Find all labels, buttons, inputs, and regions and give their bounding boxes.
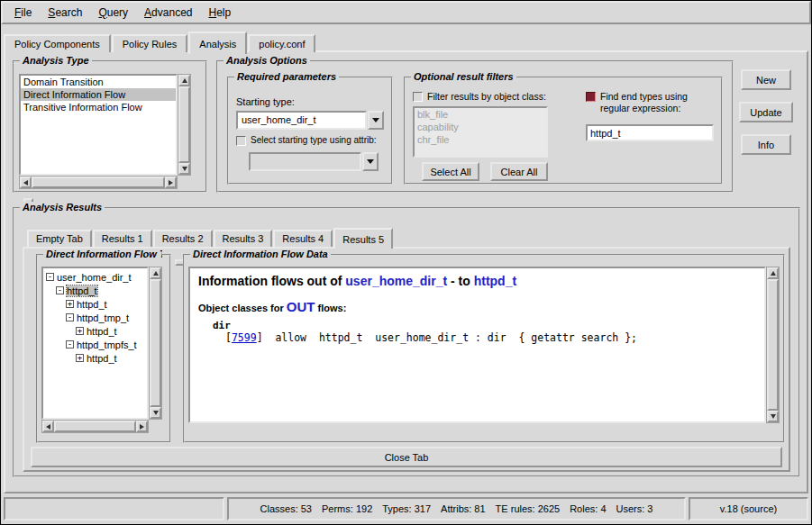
results-tab-1[interactable]: Results 1 [93,230,152,247]
arrow-up-icon [182,78,187,83]
scroll-left-button[interactable] [42,421,54,432]
list-item[interactable]: Domain Transition [21,76,176,88]
menu-file[interactable]: File [6,4,40,22]
tab-analysis[interactable]: Analysis [188,32,247,54]
expand-icon[interactable] [76,327,84,335]
analysis-results-frame: Analysis Results Empty Tab Results 1 Res… [13,207,800,477]
arrow-left-icon [23,180,28,186]
dropdown-button[interactable] [368,111,384,130]
results-tab-3[interactable]: Results 3 [214,230,273,247]
new-button[interactable]: New [741,69,791,90]
arrow-up-icon [153,271,159,276]
tree-node[interactable]: httpd_t [43,351,147,365]
scroll-down-button[interactable] [178,163,190,175]
menu-query[interactable]: Query [90,4,136,22]
regex-checkbox-label: Find end types using regular expression: [600,91,719,113]
dropdown-button [362,152,379,171]
menu-advanced[interactable]: Advanced [136,4,200,22]
menu-search[interactable]: Search [40,4,90,22]
rule-text: allow httpd_t user_home_dir_t : dir { ge… [263,331,637,344]
arrow-right-icon [169,180,173,186]
analysis-type-listbox: Domain Transition Direct Information Flo… [19,74,178,176]
results-tab-bar: Empty Tab Results 1 Results 2 Results 3 … [27,225,394,247]
regex-checkbox[interactable] [586,92,596,102]
expand-icon[interactable] [66,300,74,308]
results-tab-empty[interactable]: Empty Tab [27,230,92,247]
expand-icon[interactable] [76,354,84,362]
flow-tree-hscrollbar[interactable] [41,420,149,433]
arrow-down-icon [771,414,776,419]
update-button[interactable]: Update [739,102,793,122]
flow-tree-vscrollbar[interactable] [149,267,162,420]
list-item[interactable]: Transitive Information Flow [21,101,176,113]
tab-policy-conf[interactable]: policy.conf [248,34,315,52]
results-tab-2[interactable]: Results 2 [153,230,213,247]
flow-tree[interactable]: user_home_dir_t httpd_t httpd_t httpd_tm… [41,267,149,420]
scrollbar-thumb[interactable] [54,421,136,432]
scrollbar-thumb[interactable] [32,177,165,188]
starting-type-value[interactable]: user_home_dir_t [236,111,367,130]
starting-type-label: Starting type: [236,96,295,107]
scrollbar-thumb[interactable] [150,279,161,407]
starting-type-combobox[interactable]: user_home_dir_t [236,111,384,130]
attrib-combobox [249,152,379,171]
scrollbar-thumb[interactable] [767,279,779,411]
analysis-type-hscrollbar[interactable] [19,176,178,189]
scroll-left-button[interactable] [20,177,32,188]
select-all-button[interactable]: Select All [422,162,479,181]
collapse-icon[interactable] [56,286,64,294]
info-button[interactable]: Info [741,134,791,155]
flow-data-vscrollbar[interactable] [766,267,780,423]
menu-help[interactable]: Help [200,4,239,22]
scrollbar-thumb[interactable] [178,86,190,163]
tree-node[interactable]: httpd_t [43,297,147,311]
status-segment-stats: Classes: 53 Perms: 192 Types: 317 Attrib… [227,497,686,520]
tree-node[interactable]: httpd_tmpfs_t [43,338,147,351]
scroll-down-button[interactable] [767,411,779,422]
results-tab-4[interactable]: Results 4 [273,230,333,247]
scroll-right-button[interactable] [136,421,148,432]
rule-id-link[interactable]: 7599 [232,331,257,344]
scroll-up-button[interactable] [767,267,779,279]
scroll-right-button[interactable] [165,177,177,188]
tab-policy-components[interactable]: Policy Components [4,34,111,52]
collapse-icon[interactable] [66,340,74,348]
tree-node[interactable]: httpd_tmp_t [43,311,147,324]
clear-all-button[interactable]: Clear All [490,162,548,181]
flow-source-type: user_home_dir_t [345,274,447,288]
analysis-type-vscrollbar[interactable] [178,74,191,176]
list-item: blk_file [415,108,546,121]
attrib-checkbox[interactable] [236,136,246,146]
class-filter-checkbox[interactable] [413,92,423,102]
tab-policy-rules[interactable]: Policy Rules [112,34,188,52]
object-class-listbox: blk_file capability chr_file [413,106,548,158]
regex-input[interactable] [586,124,714,141]
flow-data-textarea[interactable]: Information flows out of user_home_dir_t… [188,267,766,423]
flow-heading-prefix: Information flows out of [198,274,345,288]
class-filter-checkbox-row[interactable]: Filter results by object class: [413,91,546,103]
status-users: Users: 3 [616,503,653,514]
scroll-down-button[interactable] [150,407,161,419]
required-parameters-frame: Required parameters Starting type: user_… [227,77,393,185]
tree-node[interactable]: httpd_t [43,284,147,297]
collapse-icon[interactable] [46,273,54,281]
results-tab-5[interactable]: Results 5 [333,228,393,249]
arrow-down-icon [182,167,187,171]
arrow-up-icon [771,271,776,276]
scroll-up-button[interactable] [150,267,161,279]
attrib-checkbox-row[interactable]: Select starting type using attrib: [236,135,388,146]
scroll-up-button[interactable] [178,75,190,86]
required-parameters-title: Required parameters [234,71,339,82]
tree-node[interactable]: httpd_t [43,324,147,338]
close-tab-button[interactable]: Close Tab [31,447,782,467]
analysis-options-title: Analysis Options [224,55,310,66]
rule-line: [7599] allow httpd_t user_home_dir_t : d… [225,331,756,344]
list-item: chr_file [415,133,546,146]
collapse-icon[interactable] [66,313,74,321]
analysis-results-title: Analysis Results [20,202,105,213]
flow-heading-middle: - to [447,274,474,288]
regex-checkbox-row[interactable]: Find end types using regular expression: [586,91,719,113]
list-item-selected[interactable]: Direct Information Flow [21,88,176,101]
tree-node[interactable]: user_home_dir_t [43,270,147,284]
flow-heading: Information flows out of user_home_dir_t… [198,274,756,288]
